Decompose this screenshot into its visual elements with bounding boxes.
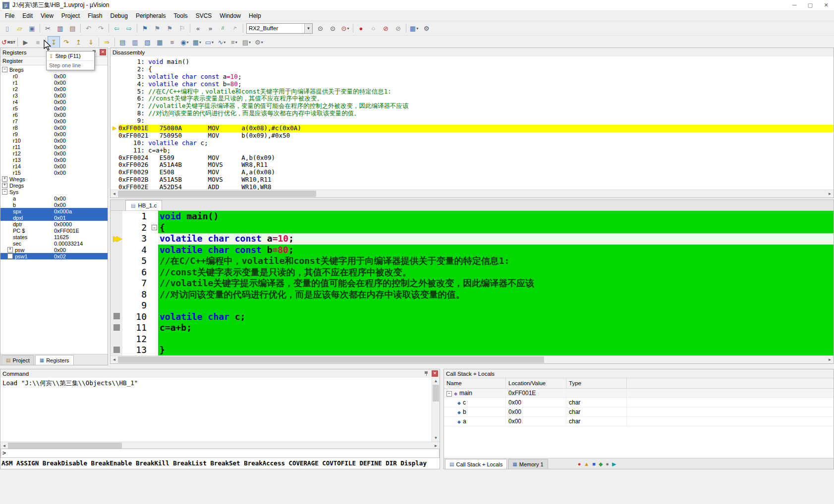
disassembly-line-source[interactable]: 9: (111, 117, 834, 125)
tree-expander-icon[interactable]: + (2, 183, 7, 188)
command-window-button[interactable]: ▤ (116, 36, 129, 48)
editor-line-3[interactable]: ▶▶3volatile char const a=10; (111, 233, 834, 245)
editor-line-11[interactable]: 11c=a+b; (111, 322, 834, 334)
editor-line-5[interactable]: 5//在C/C++编程中，volatile和const关键字用于向编译器提供关于… (111, 255, 834, 267)
cut-button[interactable]: ✂ (42, 22, 54, 34)
symbols-window-button[interactable]: ▧ (141, 36, 154, 48)
editor-line-2[interactable]: 2−{ (111, 222, 834, 234)
register-row-pc[interactable]: PC $0xFF001E (0, 227, 108, 234)
indent-right-button[interactable]: » (204, 22, 217, 34)
step-into-button[interactable]: ↧ (48, 36, 60, 48)
find-button[interactable]: ⊙ (327, 22, 339, 34)
register-group-sys[interactable]: −Sys (0, 189, 108, 195)
chevron-down-icon[interactable]: ▾ (304, 24, 312, 33)
menu-tools[interactable]: Tools (170, 11, 192, 20)
menu-help[interactable]: Help (245, 11, 265, 20)
register-row-a[interactable]: a0x00 (0, 195, 108, 202)
disassembly-line-source[interactable]: 1: void main() (111, 58, 834, 66)
window-layout-button[interactable]: ▦▾ (408, 22, 420, 34)
menu-svcs[interactable]: SVCS (192, 11, 216, 20)
tab-project[interactable]: ▤Project (1, 355, 34, 365)
tree-expander-icon[interactable]: − (446, 391, 452, 397)
register-row-dpxl[interactable]: dpxl0x01 (0, 214, 108, 221)
disable-breakpoint-button[interactable]: ○ (367, 22, 380, 34)
step-out-button[interactable]: ↥ (72, 36, 85, 48)
menu-edit[interactable]: Edit (18, 11, 37, 20)
tree-expander-icon[interactable]: − (2, 67, 7, 72)
scroll-down-icon[interactable]: ▼ (432, 435, 440, 442)
trace-window-button[interactable]: ≡▾ (228, 36, 240, 48)
register-row-r5[interactable]: r50x00 (0, 105, 108, 111)
scroll-up-icon[interactable]: ▲ (432, 378, 440, 385)
disassembly-window-button[interactable]: ▥ (129, 36, 141, 48)
register-row-r6[interactable]: r60x00 (0, 111, 108, 118)
disassembly-line-asm[interactable]: 0xFF0026 A51A4B MOVS WR8,R11 (111, 161, 834, 169)
scrollbar-thumb[interactable] (118, 356, 544, 363)
watch-window-button[interactable]: ◉▾ (178, 36, 191, 48)
register-row-r0[interactable]: r00x00 (0, 73, 108, 79)
step-over-button[interactable]: ↷ (60, 36, 72, 48)
floating-toolbar-icon-5[interactable]: ● (606, 461, 609, 467)
column-type[interactable]: Type (566, 378, 627, 388)
bookmark-toggle-button[interactable]: ⚑ (139, 22, 151, 34)
redo-button[interactable]: ↷ (95, 22, 107, 34)
editor-line-4[interactable]: 4volatile char const b=80; (111, 245, 834, 256)
disassembly-content[interactable]: 1: void main() 2: { 3: volatile char con… (111, 56, 834, 190)
disassembly-line-source[interactable]: 5: //在C/C++编程中，volatile和const关键字用于向编译器提供… (111, 88, 834, 96)
disassembly-line-asm[interactable]: 0xFF0021 750950 MOV b(0x09),#0x50 (111, 132, 834, 140)
menu-flash[interactable]: Flash (84, 11, 106, 20)
scrollbar-track[interactable] (118, 356, 826, 363)
floating-toolbar-icon-2[interactable]: ▲ (584, 461, 589, 467)
floating-toolbar-icon-4[interactable]: ◆ (599, 461, 603, 467)
disassembly-line-source[interactable]: 3: volatile char const a=10; (111, 73, 834, 81)
serial-window-button[interactable]: ▭▾ (203, 36, 216, 48)
tab-registers[interactable]: ▦Registers (35, 355, 74, 365)
editor-line-7[interactable]: 7//volatile关键字提示编译器，变量的值可能会在程序的控制之外被改变，因… (111, 278, 834, 289)
disassembly-line-source[interactable]: 7: //volatile关键字提示编译器，变量的值可能会在程序的控制之外被改变… (111, 102, 834, 110)
editor-line-9[interactable]: 9 (111, 300, 834, 311)
disassembly-line-asm[interactable]: 0xFF0029 E508 MOV A,a(0x08) (111, 169, 834, 176)
indent-left-button[interactable]: « (192, 22, 204, 34)
editor-line-1[interactable]: 1void main() (111, 211, 834, 222)
navigate-forward-button[interactable]: ⇨ (123, 22, 135, 34)
disassembly-line-source[interactable]: 4: volatile char const b=80; (111, 81, 834, 88)
editor-line-8[interactable]: 8//对访问该变量的代码进行优化，而是应该每次都在内存中读取该变量的值。 (111, 289, 834, 301)
register-row-r4[interactable]: r40x00 (0, 99, 108, 105)
register-row-r1[interactable]: r10x00 (0, 79, 108, 86)
callstack-row-c[interactable]: ◆c0x00char (444, 398, 834, 407)
bookmark-prev-button[interactable]: ⚑ (151, 22, 164, 34)
callstack-row-b[interactable]: ◆b0x00char (444, 407, 834, 417)
pin-icon[interactable] (424, 371, 429, 377)
new-file-button[interactable]: ▯ (1, 22, 13, 34)
command-output[interactable]: Load "J:\\何宾\\第三集\\Objects\\HB_1" (0, 378, 440, 442)
floating-toolbar-icon-3[interactable]: ■ (592, 461, 596, 467)
tab-call-stack-locals[interactable]: ▤Call Stack + Locals (445, 459, 507, 469)
maximize-button[interactable]: ▢ (802, 0, 818, 10)
run-button[interactable]: ▶ (19, 36, 32, 48)
register-row-r7[interactable]: r70x00 (0, 118, 108, 124)
scroll-right-icon[interactable]: ► (826, 356, 834, 363)
show-next-statement-button[interactable]: ⇒ (101, 36, 113, 48)
register-row-r13[interactable]: r130x00 (0, 156, 108, 163)
register-row-spx[interactable]: spx0x000a (0, 208, 108, 214)
command-vscrollbar[interactable]: ▲ ▼ (432, 378, 440, 442)
reset-button[interactable]: ↺RST (1, 36, 16, 48)
register-row-psw1[interactable]: +psw10x02 (0, 253, 108, 259)
bookmark-next-button[interactable]: ⚑ (164, 22, 176, 34)
disassembly-line-source[interactable]: 6: //const关键字表示变量是只读的，其值不应在程序中被改变。 (111, 95, 834, 102)
menu-file[interactable]: File (1, 11, 18, 20)
editor-line-6[interactable]: 6//const关键字表示变量是只读的，其值不应在程序中被改变。 (111, 267, 834, 278)
menu-debug[interactable]: Debug (107, 11, 132, 20)
disassembly-line-asm[interactable]: 0xFF0024 E509 MOV A,b(0x09) (111, 154, 834, 162)
disassembly-line-source[interactable]: 10: volatile char c; (111, 140, 834, 147)
column-name[interactable]: Name (444, 378, 506, 388)
register-row-b[interactable]: b0x00 (0, 202, 108, 208)
register-row-r8[interactable]: r80x00 (0, 124, 108, 131)
command-hscrollbar[interactable]: ◄ ► (0, 442, 440, 449)
open-file-button[interactable]: ▱ (13, 22, 26, 34)
fold-collapse-icon[interactable]: − (151, 222, 158, 234)
register-row-r15[interactable]: r150x00 (0, 169, 108, 176)
kill-all-breakpoints-button[interactable]: ⊘ (392, 22, 404, 34)
tab-hb1c[interactable]: ▤ HB_1.c (125, 200, 162, 210)
command-input[interactable]: > (0, 449, 440, 458)
